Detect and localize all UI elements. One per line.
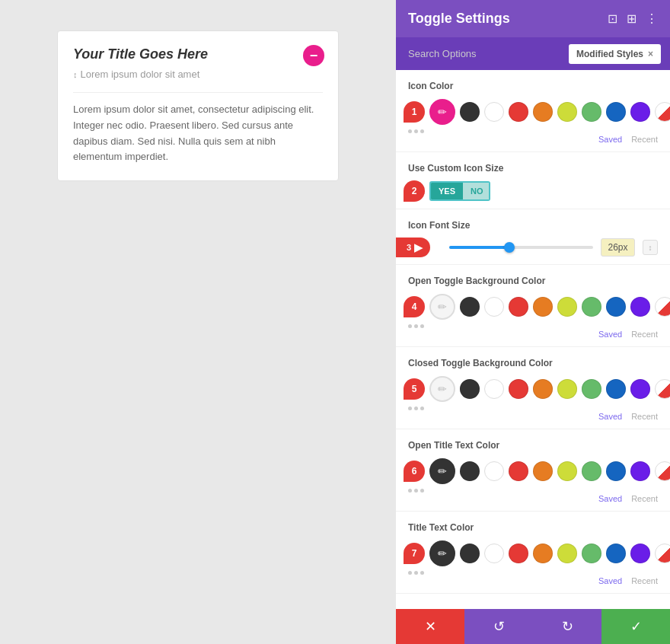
swatch-purple-6[interactable] xyxy=(630,461,650,481)
slider-thumb[interactable] xyxy=(504,242,515,253)
dots-row-7 xyxy=(408,571,658,575)
saved-label-5[interactable]: Saved xyxy=(598,412,622,421)
recent-label-4[interactable]: Recent xyxy=(631,330,658,339)
swatch-white-4[interactable] xyxy=(484,297,504,317)
panel-footer: ✕ ↺ ↻ ✓ xyxy=(396,609,670,644)
slider-unit-toggle[interactable]: ↕ xyxy=(643,240,658,255)
grid-icon[interactable]: ⊞ xyxy=(627,11,636,26)
arrow-right-icon: ▶ xyxy=(414,241,423,253)
saved-label-4[interactable]: Saved xyxy=(598,330,622,339)
swatch-red-6[interactable] xyxy=(509,461,528,481)
undo-button[interactable]: ↺ xyxy=(464,609,533,644)
color-picker-1[interactable]: ✏ xyxy=(429,99,455,125)
swatch-yellow-5[interactable] xyxy=(557,379,577,399)
toggle-no[interactable]: NO xyxy=(463,183,490,199)
swatch-green-7[interactable] xyxy=(582,544,601,563)
more-icon[interactable]: ⋮ xyxy=(646,11,658,26)
step-4-badge: 4 xyxy=(404,296,425,317)
swatch-black-6[interactable] xyxy=(460,461,480,481)
section-open-title-color: Open Title Text Color 6 ✏ xyxy=(396,429,670,512)
swatch-purple-4[interactable] xyxy=(630,297,650,317)
saved-label-6[interactable]: Saved xyxy=(598,494,622,503)
saved-recent-1: Saved Recent xyxy=(408,135,658,144)
recent-label-7[interactable]: Recent xyxy=(631,576,658,585)
swatch-black-4[interactable] xyxy=(460,297,480,317)
color-picker-6[interactable]: ✏ xyxy=(429,458,455,484)
swatch-green-5[interactable] xyxy=(582,379,601,399)
color-row-7: ✏ xyxy=(429,540,658,566)
section-icon-color: Icon Color 1 ✏ xyxy=(396,70,670,152)
swatch-red-1[interactable] xyxy=(509,102,528,122)
settings-panel: Toggle Settings ⊡ ⊞ ⋮ Search Options Mod… xyxy=(396,0,670,644)
saved-recent-6: Saved Recent xyxy=(408,494,658,503)
swatch-blue-6[interactable] xyxy=(606,461,626,481)
toggle-yes-no[interactable]: YES NO xyxy=(429,181,490,201)
slider-fill xyxy=(449,246,507,249)
swatch-yellow-7[interactable] xyxy=(557,544,577,563)
swatch-blue-1[interactable] xyxy=(606,102,626,122)
recent-label-1[interactable]: Recent xyxy=(631,135,658,144)
swatch-diagonal-5[interactable] xyxy=(655,379,670,399)
section-custom-icon-size: Use Custom Icon Size 2 YES NO xyxy=(396,152,670,209)
pencil-icon-7: ✏ xyxy=(438,547,447,560)
swatch-diagonal-1[interactable] xyxy=(655,102,670,122)
swatch-yellow-1[interactable] xyxy=(557,102,577,122)
saved-label-7[interactable]: Saved xyxy=(598,576,622,585)
swatch-orange-7[interactable] xyxy=(533,544,553,563)
swatch-diagonal-6[interactable] xyxy=(655,461,670,481)
panel-title: Toggle Settings xyxy=(408,11,510,27)
tab-search[interactable]: Search Options xyxy=(405,37,480,70)
saved-label-1[interactable]: Saved xyxy=(598,135,622,144)
tab-close-icon[interactable]: × xyxy=(648,49,653,59)
swatch-orange-1[interactable] xyxy=(533,102,553,122)
color-picker-7[interactable]: ✏ xyxy=(429,540,455,566)
swatch-diagonal-7[interactable] xyxy=(655,544,670,563)
swatch-black-5[interactable] xyxy=(460,379,480,399)
swatch-blue-4[interactable] xyxy=(606,297,626,317)
swatch-black-7[interactable] xyxy=(460,544,480,563)
step-1-badge: 1 xyxy=(404,101,425,123)
color-picker-4[interactable]: ✏ xyxy=(429,294,455,320)
recent-label-5[interactable]: Recent xyxy=(631,412,658,421)
color-row-6: ✏ xyxy=(429,458,658,484)
confirm-button[interactable]: ✓ xyxy=(601,609,670,644)
swatch-green-6[interactable] xyxy=(582,461,601,481)
swatch-red-4[interactable] xyxy=(509,297,528,317)
slider-track[interactable] xyxy=(449,246,593,249)
color-row-4: ✏ xyxy=(429,294,658,320)
swatch-white-5[interactable] xyxy=(484,379,504,399)
swatch-blue-5[interactable] xyxy=(606,379,626,399)
tab-modified[interactable]: Modified Styles × xyxy=(569,44,661,64)
cancel-icon: ✕ xyxy=(425,618,436,635)
color-picker-5[interactable]: ✏ xyxy=(429,376,455,402)
swatch-purple-7[interactable] xyxy=(630,544,650,563)
swatch-red-5[interactable] xyxy=(509,379,528,399)
swatch-orange-4[interactable] xyxy=(533,297,553,317)
swatch-black-1[interactable] xyxy=(460,102,480,122)
section-title-3: Icon Font Size xyxy=(408,220,658,231)
swatch-orange-6[interactable] xyxy=(533,461,553,481)
swatch-white-1[interactable] xyxy=(484,102,504,122)
saved-recent-4: Saved Recent xyxy=(408,330,658,339)
swatch-green-4[interactable] xyxy=(582,297,601,317)
swatch-yellow-4[interactable] xyxy=(557,297,577,317)
swatch-purple-1[interactable] xyxy=(630,102,650,122)
swatch-blue-7[interactable] xyxy=(606,544,626,563)
swatch-orange-5[interactable] xyxy=(533,379,553,399)
card-title: Your Title Goes Here xyxy=(73,46,323,62)
recent-label-6[interactable]: Recent xyxy=(631,494,658,503)
swatch-diagonal-4[interactable] xyxy=(655,297,670,317)
dot xyxy=(420,129,424,133)
expand-icon[interactable]: ⊡ xyxy=(608,11,617,26)
swatch-purple-5[interactable] xyxy=(630,379,650,399)
redo-button[interactable]: ↻ xyxy=(533,609,601,644)
toggle-yes[interactable]: YES xyxy=(431,183,463,199)
swatch-yellow-6[interactable] xyxy=(557,461,577,481)
pencil-icon-4: ✏ xyxy=(438,301,447,313)
swatch-green-1[interactable] xyxy=(582,102,601,122)
swatch-white-7[interactable] xyxy=(484,544,504,563)
card-minus-button[interactable]: − xyxy=(303,45,324,66)
cancel-button[interactable]: ✕ xyxy=(396,609,464,644)
swatch-red-7[interactable] xyxy=(509,544,528,563)
swatch-white-6[interactable] xyxy=(484,461,504,481)
